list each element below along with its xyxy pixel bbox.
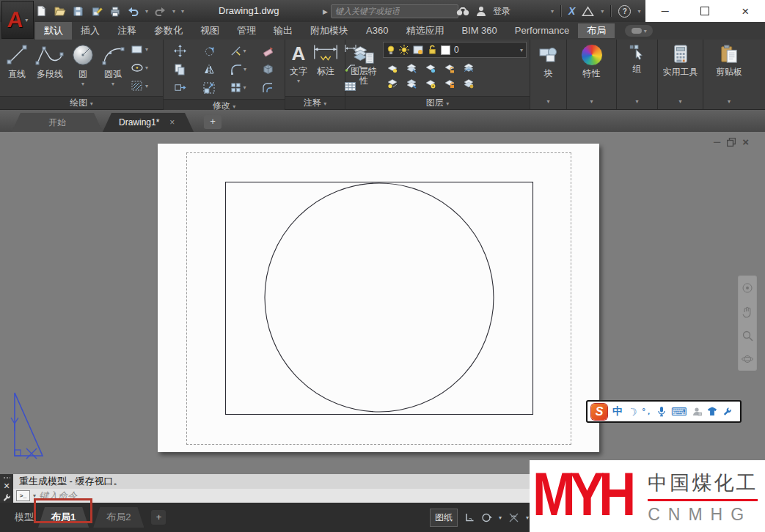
panel-draw-footer[interactable]: 绘图 ▾: [0, 96, 163, 109]
sign-in-dropdown-icon[interactable]: ▾: [551, 8, 554, 15]
exchange-apps-icon[interactable]: X: [568, 5, 575, 17]
ribbon-tab-performance[interactable]: Performance: [506, 22, 578, 40]
array-icon[interactable]: [230, 82, 241, 93]
close-button[interactable]: ×: [742, 5, 749, 18]
layer-tool-icon[interactable]: [402, 75, 421, 91]
panel-properties-expand-icon[interactable]: ▾: [590, 98, 593, 105]
print-icon[interactable]: [109, 5, 121, 18]
a360-dropdown-icon[interactable]: ▾: [601, 8, 604, 15]
layer-tool-icon[interactable]: [421, 75, 440, 91]
layer-dropdown-caret-icon[interactable]: ▾: [520, 47, 523, 53]
explode-icon[interactable]: [262, 64, 274, 75]
ortho-icon[interactable]: [464, 512, 475, 522]
help-dropdown-icon[interactable]: ▾: [637, 8, 640, 15]
rectangle-tool-icon[interactable]: [131, 44, 144, 55]
layer-tool-icon[interactable]: [440, 60, 459, 75]
trim-dropdown-icon[interactable]: ▾: [243, 48, 246, 54]
ribbon-tab-output[interactable]: 输出: [265, 22, 301, 40]
ellipse-tool-icon[interactable]: [131, 62, 144, 73]
paper-space-toggle[interactable]: 图纸: [430, 509, 458, 527]
hatch-dropdown-icon[interactable]: ▾: [145, 83, 148, 89]
array-dropdown-icon[interactable]: ▾: [243, 84, 246, 91]
sign-in-label[interactable]: 登录: [493, 5, 510, 18]
panel-clipboard-expand-icon[interactable]: ▾: [728, 98, 731, 105]
file-tab-drawing1[interactable]: Drawing1* ×: [103, 113, 194, 132]
stretch-icon[interactable]: [174, 82, 186, 93]
doc-restore-button[interactable]: [727, 138, 736, 147]
copy-icon[interactable]: [174, 64, 186, 75]
dimension-button[interactable]: 标注: [310, 42, 341, 94]
redo-dropdown-icon[interactable]: ▾: [172, 8, 175, 15]
layer-tool-icon[interactable]: [383, 75, 402, 91]
command-close-icon[interactable]: ✕: [3, 482, 10, 490]
panel-annotate-footer[interactable]: 注释 ▾: [285, 96, 345, 109]
panel-block-expand-icon[interactable]: ▾: [546, 98, 549, 105]
ime-fullwidth-moon-icon[interactable]: ☽: [626, 404, 638, 418]
ribbon-tab-layout[interactable]: 布局: [578, 23, 615, 38]
ime-language-icon[interactable]: 中: [612, 405, 623, 418]
clipboard-icon[interactable]: [719, 44, 739, 64]
ribbon-tab-home[interactable]: 默认: [35, 22, 72, 40]
maximize-button[interactable]: [700, 7, 709, 15]
model-tab[interactable]: 模型: [15, 511, 34, 524]
block-icon[interactable]: [538, 44, 560, 66]
text-button[interactable]: A 文字 ▾: [288, 42, 309, 94]
app-menu-button[interactable]: A ▾: [1, 1, 34, 39]
new-layout-button[interactable]: +: [151, 510, 166, 525]
ribbon-tab-annotate[interactable]: 注释: [109, 22, 145, 40]
rotate-icon[interactable]: [203, 45, 216, 57]
layer-properties-button[interactable]: 图层特性: [348, 42, 379, 94]
save-as-icon[interactable]: [90, 5, 103, 18]
ribbon-tab-featured-apps[interactable]: 精选应用: [397, 22, 453, 40]
orbit-icon[interactable]: [742, 354, 753, 364]
layer-tool-icon[interactable]: [383, 60, 402, 75]
fillet-icon[interactable]: [230, 64, 242, 75]
fillet-dropdown-icon[interactable]: ▾: [244, 66, 246, 73]
ime-skin-shirt-icon[interactable]: [707, 407, 717, 416]
isodraft-dropdown-icon[interactable]: ▾: [499, 514, 502, 521]
save-icon[interactable]: [72, 5, 84, 18]
undo-icon[interactable]: [127, 5, 139, 18]
layer-tool-icon[interactable]: [459, 75, 478, 91]
search-binoculars-icon[interactable]: [456, 7, 469, 16]
file-tab-start[interactable]: 开始: [12, 113, 103, 132]
properties-color-wheel-icon[interactable]: [581, 44, 603, 66]
redo-icon[interactable]: [154, 5, 166, 18]
ribbon-tab-view[interactable]: 视图: [191, 22, 228, 40]
erase-icon[interactable]: [262, 45, 274, 57]
ime-punctuation-icon[interactable]: °，: [643, 406, 652, 417]
panel-utilities-expand-icon[interactable]: ▾: [678, 98, 681, 105]
ellipse-dropdown-icon[interactable]: ▾: [145, 64, 148, 71]
panel-group-expand-icon[interactable]: ▾: [635, 98, 638, 105]
new-file-icon[interactable]: [35, 5, 48, 18]
doc-close-button[interactable]: ×: [742, 136, 749, 147]
mirror-icon[interactable]: [203, 64, 215, 75]
open-file-icon[interactable]: [54, 5, 66, 18]
ribbon-tab-insert[interactable]: 插入: [72, 22, 109, 40]
ime-account-icon[interactable]: [692, 407, 702, 416]
layout2-tab[interactable]: 布局2: [93, 507, 144, 528]
doc-minimize-button[interactable]: ─: [714, 137, 720, 147]
scale-icon[interactable]: [203, 82, 215, 94]
qat-customize-icon[interactable]: ▾: [181, 8, 184, 15]
sogou-logo-icon[interactable]: S: [591, 404, 607, 420]
user-icon[interactable]: [476, 6, 486, 17]
text-dropdown-icon[interactable]: ▾: [297, 78, 300, 84]
object-snap-icon[interactable]: [508, 512, 519, 523]
ribbon-tab-a360[interactable]: A360: [357, 22, 397, 40]
a360-icon[interactable]: [582, 6, 594, 17]
command-wrench-icon[interactable]: [2, 493, 11, 502]
ribbon-tab-parametric[interactable]: 参数化: [145, 22, 191, 40]
layer-tool-icon[interactable]: [402, 60, 421, 75]
offset-icon[interactable]: [262, 82, 274, 94]
search-expand-icon[interactable]: ▶: [323, 8, 328, 15]
layer-tool-icon[interactable]: [440, 75, 459, 91]
minimize-button[interactable]: ─: [662, 6, 669, 16]
ribbon-display-toggle[interactable]: ▾: [625, 25, 653, 37]
polyline-button[interactable]: 多段线: [32, 42, 67, 94]
layer-dropdown[interactable]: 0 ▾: [383, 42, 527, 58]
help-icon[interactable]: ?: [618, 5, 631, 18]
ime-keyboard-icon[interactable]: ⌨: [671, 405, 687, 418]
rectangle-dropdown-icon[interactable]: ▾: [145, 46, 148, 53]
command-drag-grip[interactable]: [3, 476, 10, 479]
